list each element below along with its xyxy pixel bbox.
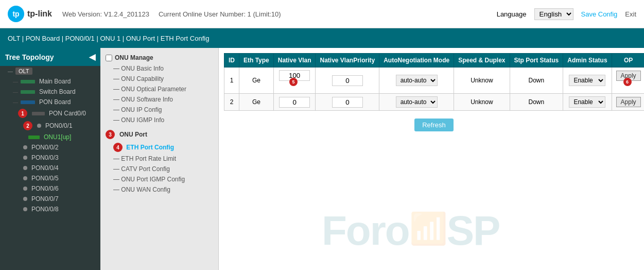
- switch-board-label: Switch Board: [39, 88, 76, 95]
- sidebar-item-pon006[interactable]: PON0/0/6: [0, 183, 100, 194]
- menu-onu-capability[interactable]: — ONU Capability: [100, 74, 218, 84]
- sidebar-item-onu1[interactable]: ONU1[up]: [0, 132, 100, 142]
- menu-onu-wan-config[interactable]: — ONU WAN Config: [100, 184, 218, 195]
- cell-auto-neg-2: auto-auto 100-full 10-full 10-half 100-h…: [379, 94, 454, 111]
- main-panel: ID Eth Type Native Vlan Native VlanPrior…: [219, 48, 644, 270]
- language-select[interactable]: English: [534, 8, 573, 20]
- native-vlan-input-2[interactable]: [279, 97, 310, 108]
- sidebar-collapse-arrow[interactable]: ◀: [89, 52, 95, 62]
- header-right: Language English Save Config Exit: [497, 8, 636, 20]
- sidebar-item-olt[interactable]: — OLT: [0, 66, 100, 76]
- main-layout: Tree Topology ◀ — OLT — Main Board — Swi…: [0, 48, 644, 270]
- sidebar-item-pon008[interactable]: PON0/0/8: [0, 204, 100, 214]
- pon003-label: PON0/0/3: [31, 154, 59, 161]
- table-row: 1 Ge 5 auto-auto 100-full: [224, 68, 645, 94]
- pon008-label: PON0/0/8: [31, 206, 59, 213]
- badge-5: 5: [289, 78, 298, 86]
- menu-eth-port-config[interactable]: 4 ETH Port Config: [100, 141, 218, 154]
- sidebar-item-pon-board[interactable]: — PON Board: [0, 97, 100, 107]
- sidebar-item-main-board[interactable]: — Main Board: [0, 76, 100, 87]
- cell-op-2: Apply: [612, 94, 644, 111]
- admin-status-select-2[interactable]: Enable Disable: [569, 96, 605, 108]
- cell-stp-1: Down: [510, 68, 563, 94]
- logo-area: tp tp-link: [8, 6, 52, 22]
- exit-btn[interactable]: Exit: [625, 10, 636, 18]
- port-dot-pon001: [37, 124, 41, 128]
- cell-op-1: Apply 6: [612, 68, 644, 94]
- menu-onu-software-info[interactable]: — ONU Software Info: [100, 94, 218, 105]
- port-dot-pon002: [23, 145, 27, 149]
- eth-port-config-label: ETH Port Config: [126, 144, 174, 151]
- sidebar-item-pon005[interactable]: PON0/0/5: [0, 173, 100, 183]
- menu-onu-port-header[interactable]: 3 ONU Port: [100, 128, 218, 141]
- eth-port-table: ID Eth Type Native Vlan Native VlanPrior…: [224, 53, 644, 111]
- sidebar-item-pon007[interactable]: PON0/0/7: [0, 194, 100, 204]
- onu-manage-checkbox[interactable]: [106, 55, 112, 61]
- tp-link-icon: tp: [8, 6, 24, 22]
- cell-native-vlan-1: 5: [273, 68, 316, 94]
- col-id: ID: [224, 54, 239, 68]
- vlan-priority-input-2[interactable]: [332, 97, 363, 108]
- badge-6: 6: [623, 78, 632, 86]
- menu-onu-optical-param[interactable]: — ONU Optical Parameter: [100, 84, 218, 94]
- menu-onu-port-igmp[interactable]: — ONU Port IGMP Config: [100, 174, 218, 184]
- apply-button-2[interactable]: Apply: [616, 97, 641, 107]
- cell-vlan-priority-1: [316, 68, 379, 94]
- port-dot-pon007: [23, 197, 27, 201]
- col-native-vlan-priority: Native VlanPriority: [316, 54, 379, 68]
- menu-onu-igmp-info[interactable]: — ONU IGMP Info: [100, 115, 218, 125]
- watermark-text: Foro: [322, 207, 409, 255]
- cell-admin-1: Enable Disable: [563, 68, 612, 94]
- sidebar: Tree Topology ◀ — OLT — Main Board — Swi…: [0, 48, 100, 270]
- auto-neg-select-2[interactable]: auto-auto 100-full 10-full 10-half 100-h…: [396, 96, 438, 108]
- auto-neg-select-1[interactable]: auto-auto 100-full 10-full 10-half 100-h…: [396, 75, 438, 86]
- breadcrumb: OLT | PON Board | PON0/0/1 | ONU 1 | ONU…: [0, 28, 644, 48]
- menu-onu-manage-header[interactable]: ONU Manage: [100, 52, 218, 63]
- pon007-label: PON0/0/7: [31, 195, 59, 202]
- cell-admin-2: Enable Disable: [563, 94, 612, 111]
- refresh-button[interactable]: Refresh: [414, 119, 454, 131]
- menu-catv-port-config[interactable]: — CATV Port Config: [100, 164, 218, 174]
- port-dot-pon008: [23, 207, 27, 211]
- onu-port-label: ONU Port: [119, 131, 147, 138]
- save-config-link[interactable]: Save Config: [581, 10, 618, 18]
- sidebar-item-pon003[interactable]: PON0/0/3: [0, 153, 100, 163]
- online-user: Current Online User Number: 1 (Limit:10): [159, 10, 281, 18]
- sidebar-title: Tree Topology: [5, 53, 54, 61]
- menu-eth-port-rate[interactable]: — ETH Port Rate Limit: [100, 154, 218, 164]
- sidebar-header: Tree Topology ◀: [0, 48, 100, 66]
- content-area: ONU Manage — ONU Basic Info — ONU Capabi…: [100, 48, 644, 270]
- sidebar-item-pon-card[interactable]: 1 PON Card0/0: [0, 107, 100, 120]
- sidebar-item-pon001[interactable]: 2 PON0/0/1: [0, 120, 100, 132]
- cell-stp-2: Down: [510, 94, 563, 111]
- pon002-label: PON0/0/2: [31, 144, 59, 151]
- menu-group-onu-port: 3 ONU Port 4 ETH Port Config — ETH Port …: [100, 128, 218, 195]
- port-dot-pon004: [23, 166, 27, 170]
- cell-native-vlan-2: [273, 94, 316, 111]
- main-board-label: Main Board: [39, 78, 71, 85]
- menu-onu-ip-config[interactable]: — ONU IP Config: [100, 105, 218, 115]
- badge-1: 1: [18, 109, 27, 118]
- header-info: Web Version: V1.2.4_201123 Current Onlin…: [62, 10, 486, 18]
- left-menu: ONU Manage — ONU Basic Info — ONU Capabi…: [100, 48, 219, 270]
- table-row: 2 Ge auto-auto 100-full 10-ful: [224, 94, 645, 111]
- cell-id-1: 1: [224, 68, 239, 94]
- pon-card-label: PON Card0/0: [49, 110, 86, 117]
- header: tp tp-link Web Version: V1.2.4_201123 Cu…: [0, 0, 644, 28]
- pon001-label: PON0/0/1: [45, 122, 73, 129]
- brand-name: tp-link: [27, 9, 52, 19]
- sidebar-item-pon004[interactable]: PON0/0/4: [0, 163, 100, 173]
- cell-auto-neg-1: auto-auto 100-full 10-full 10-half 100-h…: [379, 68, 454, 94]
- badge-2: 2: [23, 121, 32, 130]
- pon006-label: PON0/0/6: [31, 185, 59, 192]
- pon-board-label: PON Board: [39, 98, 71, 106]
- cell-speed-1: Unknow: [454, 68, 510, 94]
- sidebar-item-switch-board[interactable]: — Switch Board: [0, 87, 100, 97]
- admin-status-select-1[interactable]: Enable Disable: [569, 75, 605, 86]
- pon004-label: PON0/0/4: [31, 164, 59, 172]
- menu-onu-basic-info[interactable]: — ONU Basic Info: [100, 63, 218, 74]
- col-stp-port-status: Stp Port Status: [510, 54, 563, 68]
- col-eth-type: Eth Type: [239, 54, 274, 68]
- vlan-priority-input-1[interactable]: [332, 75, 363, 86]
- sidebar-item-pon002[interactable]: PON0/0/2: [0, 142, 100, 153]
